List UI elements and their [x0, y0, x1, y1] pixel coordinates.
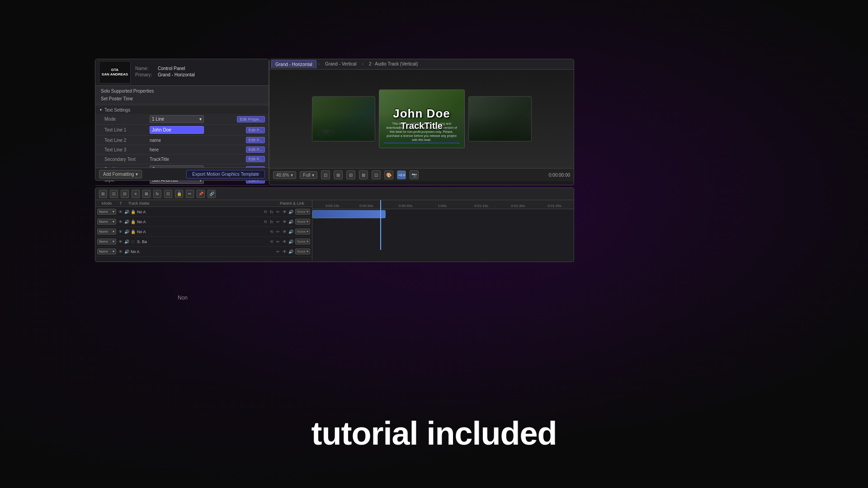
track-0-lock2-icon[interactable]: 🔊	[288, 210, 294, 214]
mode-row: Mode 1 Line ▾ Edit Prope...	[95, 114, 269, 125]
tab-audio-track-vertical[interactable]: 2 · Audio Track (Vertical)	[365, 60, 421, 68]
track-2-lock-icon[interactable]: 🔒	[130, 230, 136, 234]
rulers-btn[interactable]: ⊟	[346, 170, 355, 179]
timeline-tool-11[interactable]: 🔗	[208, 190, 216, 198]
track-3-matte-icon: □	[130, 239, 136, 244]
text-line2-edit-btn[interactable]: Edit P...	[246, 137, 265, 143]
timeline-tool-8[interactable]: 🔒	[175, 190, 183, 198]
track-2-lock2-icon[interactable]: 🔊	[288, 230, 294, 234]
track-1-lock-icon[interactable]: 🔒	[130, 220, 136, 224]
gta-logo: GTASAN ANDREAS	[99, 61, 131, 84]
track-0-motion-icon[interactable]: ⟲	[263, 210, 268, 214]
track-4-mode-dropdown[interactable]: Norm ▾	[97, 249, 116, 254]
text-settings-header[interactable]: ▼ Text Settings	[95, 106, 269, 114]
tab-grand-horizontal[interactable]: Grand - Horizontal	[271, 60, 316, 68]
track-0-fx-icon[interactable]: fx	[269, 210, 274, 214]
track-2-motion-icon[interactable]: ⟲	[269, 230, 274, 234]
track-0-pen-icon[interactable]: ✏	[275, 210, 281, 214]
mode-edit-btn[interactable]: Edit Prope...	[237, 116, 265, 122]
solo-props-btn[interactable]: Solo Supported Properties	[99, 88, 265, 94]
track-3-mode-dropdown[interactable]: Norm ▾	[97, 239, 116, 244]
timeline-tool-6[interactable]: fx	[153, 190, 161, 198]
secondary-text-value: TrackTitle	[150, 157, 169, 162]
track-4-pen-icon[interactable]: ✏	[275, 249, 281, 254]
timeline-tool-1[interactable]: ⊞	[99, 190, 107, 198]
timeline-tool-7[interactable]: ⊡	[164, 190, 172, 198]
track-4-lock2-icon[interactable]: 🔊	[288, 249, 294, 254]
grid-btn[interactable]: ⊠	[359, 170, 368, 179]
fit-frame-btn[interactable]: ⊡	[321, 170, 330, 179]
text-line2-value-area: name	[150, 138, 244, 143]
set-poster-btn[interactable]: Set Poster Time	[99, 95, 265, 102]
track-0-icons: 👁 🔊 🔒	[118, 210, 136, 214]
text-line1-input[interactable]: John Doe	[150, 126, 204, 134]
track-3-lock2-icon[interactable]: 🔊	[288, 239, 294, 244]
track-1-mode-dropdown[interactable]: Norm ▾	[97, 219, 116, 225]
track-4-parent-link[interactable]: None ▾	[295, 249, 310, 254]
track-3-right-icons: 👁 🔊	[282, 239, 294, 244]
non-label: Non	[178, 295, 188, 301]
safe-margins-btn[interactable]: ⊞	[334, 170, 343, 179]
quality-control[interactable]: Full ▾	[300, 171, 317, 179]
timeline-tool-5[interactable]: ⊠	[142, 190, 151, 198]
track-1-pen-icon[interactable]: ✏	[275, 220, 281, 224]
track-1-lock2-icon[interactable]: 🔊	[288, 220, 294, 224]
track-1-motion-icon[interactable]: ⟲	[263, 220, 268, 224]
track-3-icons: 👁 🔊 □	[118, 239, 136, 244]
track-2-audio-icon[interactable]: 🔊	[124, 230, 129, 234]
timeline-playhead[interactable]	[380, 200, 381, 250]
track-1-eye2-icon[interactable]: 👁	[282, 220, 288, 224]
track-2-parent-arrow: ▾	[307, 230, 308, 234]
zoom-control[interactable]: 40.6% ▾	[273, 171, 296, 179]
track-4-audio-icon[interactable]: 🔊	[124, 249, 129, 254]
track-3-parent-link[interactable]: None ▾	[295, 239, 310, 244]
track-2-mode-arrow: ▾	[113, 230, 114, 234]
track-1-audio-icon[interactable]: 🔊	[124, 220, 129, 224]
preview-controls-bar: 40.6% ▾ Full ▾ ⊡ ⊞ ⊟ ⊠ ⊡ 🎨 +0.0 📷 0:00:0…	[269, 168, 574, 181]
track-1-fx-icon[interactable]: fx	[269, 220, 274, 224]
track-3-parent-none: None	[297, 239, 306, 244]
primary-value: Grand - Horizontal	[158, 72, 195, 77]
timeline-tool-2[interactable]: ⊡	[110, 190, 118, 198]
add-formatting-btn[interactable]: Add Formatting ▾	[99, 170, 142, 178]
track-0-eye-icon[interactable]: 👁	[118, 210, 123, 214]
track-4-eye2-icon[interactable]: 👁	[282, 249, 288, 254]
track-2-pen-icon[interactable]: ✏	[275, 230, 281, 234]
secondary-text-edit-btn[interactable]: Edit P...	[246, 156, 265, 162]
track-0-audio-icon[interactable]: 🔊	[124, 210, 129, 214]
track-1-parent-arrow: ▾	[307, 220, 308, 224]
timeline-tool-4[interactable]: ≡	[132, 190, 140, 198]
track-2-eye2-icon[interactable]: 👁	[282, 230, 288, 234]
mode-dropdown[interactable]: 1 Line ▾	[150, 115, 204, 123]
track-2-parent-link[interactable]: None ▾	[295, 229, 310, 235]
tab-separator-1: ‹	[317, 60, 321, 68]
track-0-parent-link[interactable]: None ▾	[295, 209, 310, 215]
track-2-eye-icon[interactable]: 👁	[118, 230, 123, 234]
text-line1-edit-btn[interactable]: Edit P...	[246, 127, 265, 133]
color-settings-btn[interactable]: 🎨	[384, 170, 393, 179]
camera-btn[interactable]: 📷	[410, 170, 419, 179]
export-motion-graphics-btn[interactable]: Export Motion Graphics Template	[186, 170, 265, 178]
tab-grand-vertical[interactable]: Grand - Vertical	[321, 60, 360, 68]
track-2-mode-dropdown[interactable]: Norm ▾	[97, 229, 116, 235]
track-0-mode-dropdown[interactable]: Norm ▾	[97, 209, 116, 215]
guides-btn[interactable]: ⊡	[372, 170, 381, 179]
track-3-eye-icon[interactable]: 👁	[118, 239, 123, 244]
track-1-parent-link[interactable]: None ▾	[295, 219, 310, 225]
track-0-lock-icon[interactable]: 🔒	[130, 210, 136, 214]
timeline-tool-3[interactable]: ⊟	[121, 190, 129, 198]
timeline-main-clip[interactable]	[312, 210, 386, 218]
text-line3-edit-btn[interactable]: Edit P...	[246, 146, 265, 153]
track-3-parent-arrow: ▾	[307, 239, 308, 244]
preview-tabs: Grand - Horizontal ‹ Grand - Vertical ‹ …	[269, 59, 574, 70]
track-4-eye-icon[interactable]: 👁	[118, 249, 123, 254]
track-0-eye2-icon[interactable]: 👁	[282, 210, 288, 214]
track-3-eye2-icon[interactable]: 👁	[282, 239, 288, 244]
track-3-motion-icon[interactable]: ⟲	[269, 239, 274, 244]
track-1-eye-icon[interactable]: 👁	[118, 220, 123, 224]
track-3-pen-icon[interactable]: ✏	[275, 239, 281, 244]
plus-icon[interactable]: +0.0	[397, 170, 406, 179]
track-3-audio-icon[interactable]: 🔊	[124, 239, 129, 244]
timeline-tool-9[interactable]: ✏	[186, 190, 194, 198]
timeline-tool-10[interactable]: 📌	[197, 190, 205, 198]
